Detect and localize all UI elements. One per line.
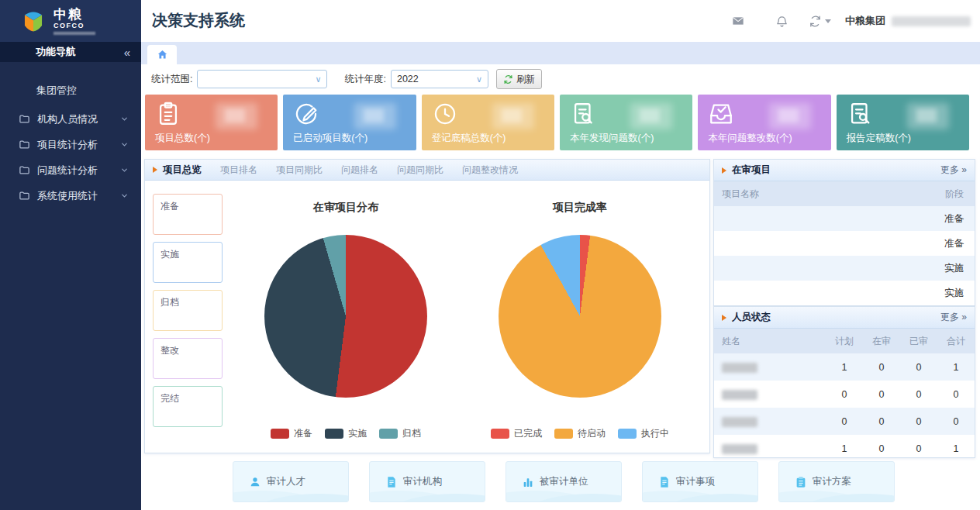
table-row: 1001 [714, 435, 975, 458]
legend-item[interactable]: 执行中 [618, 427, 669, 440]
bell-icon[interactable] [775, 15, 788, 28]
staff-more-link[interactable]: 更多 » [940, 311, 967, 324]
year-select[interactable]: 2022 ∨ [391, 70, 488, 88]
project-stage-cell: 实施 [909, 281, 975, 305]
stage-box: 整改 [153, 338, 223, 379]
folder-icon [19, 164, 30, 176]
sidebar-item[interactable]: 项目统计分析 [0, 132, 141, 157]
table-row: 实施 [714, 256, 975, 281]
stat-card[interactable]: 登记底稿总数(个) [422, 95, 554, 150]
overview-tab[interactable]: 问题排名 [341, 164, 378, 177]
chevron-down-icon [120, 115, 129, 123]
quicklink-button[interactable]: 被审计单位 [506, 461, 622, 502]
quicklink-button[interactable]: 审计方案 [778, 461, 895, 502]
refresh-button[interactable]: 刷新 [496, 69, 542, 89]
stat-value-redacted [916, 109, 937, 122]
brand-tagline-redacted [53, 32, 95, 35]
quicklink-button[interactable]: 审计人才 [233, 461, 349, 502]
overview-tab[interactable]: 问题整改情况 [462, 164, 518, 177]
stat-card[interactable]: 本年问题整改数(个) [698, 95, 830, 150]
main-content: 统计范围: ∨ 统计年度: 2022 ∨ 刷新 项目总数(个)已启动项目数(个)… [141, 64, 980, 510]
sidebar-item[interactable]: 问题统计分析 [0, 157, 141, 183]
staff-name-redacted [722, 417, 757, 427]
project-name-cell [714, 281, 909, 305]
staff-count-cell: 0 [937, 381, 975, 408]
chevron-down-icon [120, 166, 129, 174]
table-row: 准备 [714, 206, 975, 231]
clock-icon [432, 101, 458, 127]
pie-chart-block: 在审项目分布准备实施归档 [237, 195, 454, 440]
legend-item[interactable]: 待启动 [554, 427, 606, 440]
stat-card[interactable]: 已启动项目数(个) [283, 95, 416, 150]
staff-count-cell: 0 [900, 353, 937, 381]
staff-panel-title: 人员状态 [732, 311, 771, 324]
sidebar: 中粮 COFCO 功能导航 « 集团管控机构人员情况项目统计分析问题统计分析系统… [0, 0, 141, 510]
mail-icon[interactable] [730, 15, 746, 27]
staff-count-cell: 0 [826, 381, 863, 408]
quicklink-label: 审计事项 [676, 475, 715, 488]
refresh-button-label: 刷新 [516, 73, 535, 86]
overview-tab[interactable]: 项目同期比 [276, 164, 323, 177]
brand-cn: 中粮 [53, 8, 95, 21]
doc-search-icon [570, 101, 596, 127]
sidebar-item[interactable]: 机构人员情况 [0, 106, 141, 132]
chart-title: 在审项目分布 [237, 201, 454, 215]
overview-tab-label: 问题整改情况 [462, 164, 518, 177]
stage-box-label: 准备 [160, 201, 179, 212]
quicklink-label: 审计人才 [267, 475, 305, 488]
legend-item[interactable]: 准备 [271, 427, 312, 440]
sidebar-item[interactable]: 系统使用统计 [0, 183, 141, 208]
table-row: 1001 [714, 353, 975, 381]
legend-swatch [491, 429, 509, 439]
legend-item[interactable]: 归档 [379, 427, 421, 440]
staff-count-cell: 1 [937, 353, 975, 381]
browser-tabbar [141, 42, 980, 64]
sidebar-item[interactable]: 集团管控 [0, 78, 141, 103]
stat-card[interactable]: 本年发现问题数(个) [560, 95, 692, 150]
panel-arrow-icon [722, 315, 726, 321]
overview-tab-label: 问题同期比 [397, 164, 443, 177]
refresh-icon[interactable] [809, 15, 822, 28]
scope-select[interactable]: ∨ [197, 70, 327, 88]
legend-item[interactable]: 已完成 [491, 427, 542, 440]
stat-card[interactable]: 项目总数(个) [145, 95, 278, 150]
stat-card-label: 登记底稿总数(个) [432, 132, 506, 145]
overview-tab-label: 项目总览 [163, 164, 202, 177]
clipboard-icon [795, 476, 807, 488]
column-header: 计划 [826, 329, 863, 353]
stat-cards-row: 项目总数(个)已启动项目数(个)登记底稿总数(个)本年发现问题数(个)本年问题整… [145, 95, 969, 150]
overview-tab-label: 项目排名 [220, 164, 257, 177]
document-icon [658, 476, 671, 488]
stage-box: 归档 [153, 290, 223, 331]
quicklink-button[interactable]: 审计事项 [642, 461, 758, 502]
column-header: 已审 [900, 329, 937, 353]
sidebar-item-label: 问题统计分析 [37, 164, 98, 177]
projects-more-link[interactable]: 更多 » [940, 164, 967, 177]
staff-count-cell: 0 [937, 408, 975, 435]
quicklink-button[interactable]: 审计机构 [369, 461, 485, 502]
stat-card[interactable]: 报告定稿数(个) [837, 95, 969, 150]
stat-card-label: 报告定稿数(个) [847, 132, 911, 145]
staff-name-cell [714, 381, 826, 408]
overview-tabs: 项目总览项目排名项目同期比问题排名问题同期比问题整改情况 [145, 160, 709, 181]
project-stage-cell: 准备 [909, 231, 975, 256]
legend-swatch [325, 429, 343, 439]
chart-title: 项目完成率 [471, 201, 688, 215]
staff-count-cell: 1 [826, 353, 863, 381]
overview-tab[interactable]: 项目总览 [153, 164, 202, 177]
caret-down-icon[interactable] [825, 19, 831, 23]
legend-item[interactable]: 实施 [325, 427, 367, 440]
doc-wrench-icon [847, 101, 873, 127]
sidebar-collapse-button[interactable]: « [124, 46, 130, 59]
overview-tab[interactable]: 问题同期比 [397, 164, 443, 177]
logo: 中粮 COFCO [0, 0, 141, 42]
folder-icon [19, 190, 30, 202]
edit-circle-icon [293, 101, 319, 127]
staff-count-cell: 0 [900, 408, 937, 435]
overview-tab[interactable]: 项目排名 [220, 164, 257, 177]
staff-table-body: 10010000000010010000 [714, 353, 975, 458]
chevron-down-icon [120, 140, 129, 149]
project-stage-cell: 实施 [909, 256, 975, 281]
tab-home[interactable] [147, 45, 177, 64]
overview-tab-label: 问题排名 [341, 164, 378, 177]
